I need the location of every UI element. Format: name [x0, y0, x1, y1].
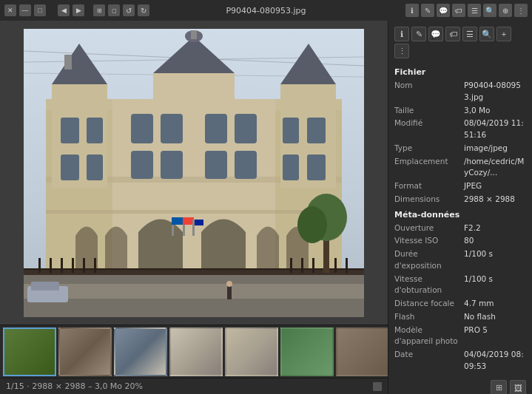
thumbnail-1[interactable]	[3, 327, 56, 376]
svg-point-53	[297, 206, 327, 243]
svg-rect-28	[87, 154, 103, 180]
info-value-type: image/jpeg	[464, 143, 508, 154]
panel-dots-icon[interactable]: ⋮	[394, 44, 409, 58]
nav-forward-button[interactable]: ▶	[73, 4, 84, 16]
info-value-focale: 4.7 mm	[464, 298, 494, 310]
panel-list-icon[interactable]: ☰	[462, 27, 477, 41]
zoom-out-icon[interactable]: 🔍	[483, 4, 496, 17]
panel-edit-icon[interactable]: ✎	[411, 27, 426, 41]
info-row-ouverture: Ouverture F2.2	[394, 223, 526, 234]
thumbnail-4[interactable]	[169, 327, 223, 376]
svg-rect-24	[235, 114, 257, 143]
panel-tag-icon[interactable]: 🏷	[445, 27, 460, 41]
svg-rect-41	[83, 258, 85, 273]
info-value-ouverture: F2.2	[464, 223, 481, 234]
info-label-flash: Flash	[394, 311, 461, 323]
svg-rect-26	[307, 118, 326, 143]
statusbar: 1/15 · 2988 × 2988 – 3,0 Mo 20%	[0, 378, 388, 394]
panel-plus-icon[interactable]: +	[496, 27, 511, 41]
panel-info-icon[interactable]: ℹ	[394, 27, 409, 41]
chat-icon[interactable]: 💬	[437, 4, 450, 17]
svg-rect-31	[205, 151, 227, 179]
refresh-icon[interactable]: ↺	[123, 4, 135, 16]
info-row-nom: Nom P90404-080953.jpg	[394, 80, 526, 103]
info-row-focale: Distance focale 4.7 mm	[394, 298, 526, 310]
info-row-type: Type image/jpeg	[394, 143, 526, 154]
svg-rect-45	[312, 258, 314, 273]
info-value-date: 04/04/2019 08:09:53	[464, 349, 526, 373]
grid-icon[interactable]: ⊞	[93, 4, 105, 16]
status-text: 1/15 · 2988 × 2988 – 3,0 Mo 20%	[6, 381, 143, 391]
svg-rect-62	[192, 220, 195, 236]
svg-rect-23	[205, 114, 227, 143]
info-row-emplacement: Emplacement /home/cedric/MyCozy/...	[394, 156, 526, 180]
svg-rect-47	[334, 258, 337, 273]
thumbnail-3[interactable]	[114, 327, 167, 376]
svg-rect-48	[346, 258, 348, 273]
panel-chat-icon[interactable]: 💬	[428, 27, 443, 41]
svg-rect-37	[38, 258, 41, 273]
info-label-ouverture: Ouverture	[394, 223, 461, 234]
info-label-format: Format	[394, 180, 461, 192]
thumbnail-2[interactable]	[58, 327, 112, 376]
minimize-button[interactable]: —	[19, 4, 31, 16]
panel-grid-btn[interactable]: ⊞	[491, 380, 507, 395]
info-row-obturation: Vitesse d'obturation 1/100 s	[394, 274, 526, 297]
info-label-emplacement: Emplacement	[394, 156, 461, 180]
main-image	[24, 29, 364, 317]
svg-rect-12	[64, 55, 72, 69]
panel-top-icons: ℹ ✎ 💬 🏷 ☰ 🔍 + ⋮	[394, 27, 526, 58]
titlebar: ✕ — □ ◀ ▶ ⊞ ◻ ↺ ↻ P90404-080953.jpg ℹ ✎ …	[0, 0, 532, 21]
svg-rect-39	[61, 258, 63, 273]
info-value-modifie: 08/04/2019 11:51:16	[464, 118, 526, 141]
info-label-modele: Modèle d'appareil photo	[394, 325, 461, 348]
info-label-date: Date	[394, 349, 461, 373]
svg-rect-22	[161, 114, 183, 143]
main-area: 1/15 · 2988 × 2988 – 3,0 Mo 20% ℹ ✎ 💬 🏷 …	[0, 21, 532, 394]
metadata-section-title: Méta-données	[394, 210, 526, 220]
info-value-exposition: 1/100 s	[464, 248, 493, 272]
menu-icon[interactable]: ☰	[468, 4, 481, 17]
edit-icon[interactable]: ✎	[421, 4, 434, 17]
info-label-iso: Vitesse ISO	[394, 235, 461, 247]
maximize-button[interactable]: □	[34, 4, 46, 16]
zoom-in-icon[interactable]: ⊕	[499, 4, 512, 17]
svg-rect-59	[172, 217, 183, 225]
svg-rect-40	[72, 258, 74, 273]
thumbnail-5[interactable]	[225, 327, 278, 376]
info-value-emplacement: /home/cedric/MyCozy/...	[464, 156, 526, 180]
svg-point-57	[226, 281, 232, 287]
panel-search-icon[interactable]: 🔍	[479, 27, 494, 41]
tag-icon[interactable]: 🏷	[452, 4, 465, 17]
svg-rect-30	[161, 151, 183, 179]
window-icon[interactable]: ◻	[108, 4, 120, 16]
close-button[interactable]: ✕	[4, 4, 16, 16]
svg-rect-32	[235, 151, 257, 179]
info-label-taille: Taille	[394, 105, 461, 117]
info-label-modifie: Modifié	[394, 118, 461, 141]
thumbnail-6[interactable]	[280, 327, 334, 376]
info-row-flash: Flash No flash	[394, 311, 526, 323]
svg-rect-21	[131, 114, 153, 143]
info-value-modele: PRO 5	[464, 325, 488, 348]
statusbar-scrollbar[interactable]	[373, 382, 382, 391]
panel-image-btn[interactable]: 🖼	[510, 380, 526, 395]
svg-rect-27	[61, 154, 79, 180]
info-row-format: Format JPEG	[394, 180, 526, 192]
titlebar-left: ✕ — □ ◀ ▶ ⊞ ◻ ↺ ↻	[4, 4, 149, 16]
reload-icon[interactable]: ↻	[138, 4, 149, 16]
info-label-focale: Distance focale	[394, 298, 461, 310]
svg-rect-33	[283, 154, 299, 180]
dots-icon[interactable]: ⋮	[514, 4, 528, 17]
info-value-flash: No flash	[464, 311, 496, 323]
info-icon[interactable]: ℹ	[405, 4, 419, 17]
nav-back-button[interactable]: ◀	[58, 4, 70, 16]
thumbnail-7[interactable]	[336, 327, 388, 376]
info-label-exposition: Durée d'exposition	[394, 248, 461, 272]
info-row-dimensions: Dimensions 2988 × 2988	[394, 194, 526, 206]
svg-rect-43	[290, 258, 292, 273]
svg-rect-34	[307, 154, 326, 180]
info-row-date: Date 04/04/2019 08:09:53	[394, 349, 526, 373]
info-value-obturation: 1/100 s	[464, 274, 493, 297]
svg-rect-56	[227, 286, 232, 299]
